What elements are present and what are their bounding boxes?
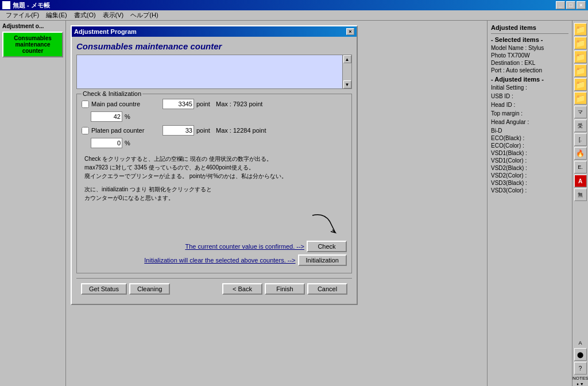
folder-sidebar: 📁 📁 📁 📁 📁 📁 マ 受 [. 🔥 E. A 無 A ⬤ ? NOTES …	[572, 21, 588, 386]
info-line-4: 次に、initializatin つまり 初期化をクリックすると	[84, 185, 344, 194]
menu-view[interactable]: 表示(V)	[99, 10, 127, 21]
bi-d-line: Bi-D	[491, 128, 568, 134]
cancel-button[interactable]: Cancel	[307, 283, 347, 295]
sub-label: ♦ ▼	[572, 382, 588, 386]
icon-fire[interactable]: 🔥	[574, 147, 587, 160]
finish-button[interactable]: Finish	[265, 283, 305, 295]
vsd2-color-line: VSD2(Color) :	[491, 172, 568, 179]
menu-file[interactable]: ファイル(F)	[2, 10, 42, 21]
minimize-button[interactable]: _	[556, 1, 565, 9]
main-pad-label: Main pad countre	[91, 101, 160, 107]
icon-e2[interactable]: E.	[574, 161, 587, 173]
destination-line: Destination : EKL	[491, 60, 568, 66]
head-id-line: Head ID :	[491, 102, 568, 108]
sketch-area	[82, 210, 347, 238]
eco-color-line: ECO(Color) :	[491, 142, 568, 149]
folder-icon-1[interactable]: 📁	[574, 23, 587, 36]
icon-none[interactable]: 無	[574, 188, 587, 201]
model-name-line: Model Name : Stylus	[491, 45, 568, 51]
platen-pad-value2: 0	[91, 138, 122, 148]
scroll-up-arrow[interactable]: ▲	[343, 55, 351, 63]
group-label: Check & Initialization	[82, 90, 142, 97]
initial-setting-line: Initial Setting :	[491, 84, 568, 91]
port-line: Port : Auto selection	[491, 67, 568, 74]
consumables-maintenance-button[interactable]: Consumablesmaintenancecounter	[2, 32, 63, 57]
platen-pad-subrow: 0 %	[91, 138, 347, 148]
bottom-buttons: Get Status Cleaning < Back Finish Cancel	[76, 278, 352, 299]
init-row: Initialization will clear the selected a…	[82, 254, 347, 266]
icon-ma[interactable]: マ	[574, 106, 587, 118]
folder-icon-2[interactable]: 📁	[574, 37, 587, 49]
vsd2-black-line: VSD2(Black) :	[491, 165, 568, 171]
window-title: 無題 - メモ帳	[13, 1, 50, 10]
right-panel: Adjusted items - Selected items - Model …	[487, 21, 572, 386]
platen-pad-max: Max : 12284 point	[216, 127, 266, 134]
platen-pad-row: Platen pad counter 33 point Max : 12284 …	[82, 125, 347, 136]
dialog-heading: Consumables maintenance counter	[76, 41, 352, 51]
vsd3-color-line: VSD3(Color) :	[491, 187, 568, 194]
platen-pad-value1: 33	[163, 125, 194, 136]
dialog-content: Consumables maintenance counter ▲ ▼ Chec…	[72, 37, 357, 304]
folder-icon-3[interactable]: 📁	[574, 51, 587, 63]
model-sub-line: Photo TX700W	[491, 52, 568, 59]
menu-help[interactable]: ヘルプ(H)	[127, 10, 161, 21]
head-angular-line: Head Angular :	[491, 119, 568, 125]
dialog-title: Adjustment Program	[74, 28, 137, 35]
info-scrollbar: ▲ ▼	[342, 55, 351, 88]
cleaning-button[interactable]: Cleaning	[129, 283, 170, 295]
top-margin-line: Top margin :	[491, 110, 568, 117]
info-text: Check をクリックすると、上記の空欄に 現在の 使用状況の数字が出る。 ma…	[82, 152, 347, 205]
main-pad-unit2: %	[125, 113, 142, 120]
vsd1-color-line: VSD1(Color) :	[491, 157, 568, 164]
info-line-0: Check をクリックすると、上記の空欄に 現在の 使用状況の数字が出る。	[84, 155, 344, 163]
back-button[interactable]: < Back	[222, 283, 262, 295]
platen-pad-checkbox[interactable]	[82, 127, 89, 134]
folder-icon-4[interactable]: 📁	[574, 64, 587, 77]
main-pad-unit1: point	[196, 101, 214, 107]
notes-label: NOTES	[572, 376, 588, 381]
folder-icon-6[interactable]: 📁	[574, 92, 587, 105]
icon-a[interactable]: A	[574, 175, 587, 187]
platen-pad-unit1: point	[196, 127, 214, 134]
info-line-2: 廃インクエラーでプリンターが止まる。 pointが何%のかは、私は分からない。	[84, 172, 344, 180]
menu-edit[interactable]: 編集(E)	[42, 10, 71, 21]
close-window-button[interactable]: ×	[577, 1, 586, 9]
icon-bracket[interactable]: [.	[574, 133, 587, 146]
initialization-button[interactable]: Initialization	[298, 254, 347, 266]
init-label: Initialization will clear the selected a…	[82, 257, 296, 264]
menu-bar: ファイル(F) 編集(E) 書式(O) 表示(V) ヘルプ(H)	[0, 10, 588, 21]
main-pad-row: Main pad countre 3345 point Max : 7923 p…	[82, 99, 347, 109]
main-pad-checkbox[interactable]	[82, 101, 89, 108]
info-line-1: max7923 に対して 3345 使っているので、あと4600point使える…	[84, 163, 344, 172]
get-status-button[interactable]: Get Status	[81, 283, 127, 295]
check-initialization-group: Check & Initialization Main pad countre …	[76, 94, 352, 273]
dialog-title-bar: Adjustment Program ×	[72, 26, 357, 37]
main-layout: Adjustment o... Consumablesmaintenanceco…	[0, 21, 588, 386]
maximize-button[interactable]: □	[566, 1, 575, 9]
title-bar: 無題 - メモ帳 _ □ ×	[0, 0, 588, 10]
menu-format[interactable]: 書式(O)	[71, 10, 99, 21]
right-panel-title: Adjusted items	[491, 24, 568, 31]
platen-pad-unit2: %	[125, 140, 142, 146]
scroll-down-arrow[interactable]: ▼	[343, 80, 351, 88]
folder-icon-5[interactable]: 📁	[574, 78, 587, 91]
check-sketch-svg	[307, 210, 341, 238]
dialog-close-button[interactable]: ×	[346, 28, 354, 35]
vsd1-black-line: VSD1(Black) :	[491, 150, 568, 156]
icon-u[interactable]: 受	[574, 119, 587, 132]
check-row: The current counter value is confirmed. …	[82, 241, 347, 252]
dialog-area: Adjustment Program × Consumables mainten…	[66, 21, 487, 386]
font-size-label: A	[572, 339, 588, 347]
info-line-5: カウンターが0になると思います。	[84, 194, 344, 202]
selected-items-label: - Selected items -	[491, 36, 568, 43]
question-icon[interactable]: ?	[574, 362, 587, 375]
adjusted-items-label: - Adjusted items -	[491, 76, 568, 83]
main-pad-subrow: 42 %	[91, 111, 347, 122]
title-bar-controls: _ □ ×	[556, 1, 586, 9]
sidebar-title: Adjustment o...	[2, 23, 63, 29]
platen-pad-label: Platen pad counter	[91, 127, 160, 134]
adjustment-dialog: Adjustment Program × Consumables mainten…	[71, 25, 358, 305]
left-sidebar: Adjustment o... Consumablesmaintenanceco…	[0, 21, 66, 386]
check-button[interactable]: Check	[307, 241, 347, 252]
circle-icon[interactable]: ⬤	[574, 348, 587, 361]
